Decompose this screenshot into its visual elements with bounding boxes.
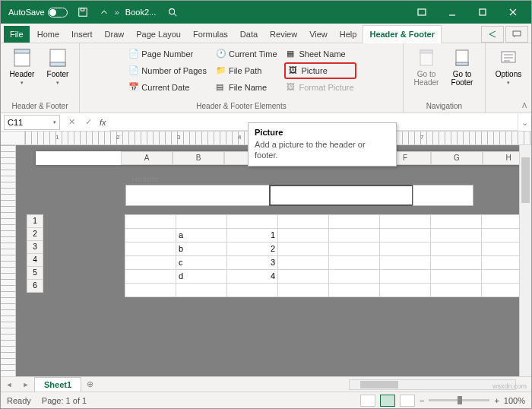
fx-icon[interactable]: fx [97, 118, 109, 127]
row-header[interactable]: 2 [27, 227, 43, 241]
cell[interactable]: 3 [226, 255, 278, 270]
cell[interactable] [430, 242, 482, 256]
qat-more-icon[interactable] [93, 2, 115, 23]
cell[interactable] [176, 214, 227, 229]
file-name-button[interactable]: ▤File Name [214, 79, 280, 96]
tab-page-layout[interactable]: Page Layou [130, 26, 187, 43]
cell[interactable] [430, 269, 482, 284]
cell[interactable] [379, 228, 431, 243]
cell[interactable] [226, 283, 278, 297]
sheet-nav-next-icon[interactable]: ► [17, 381, 34, 388]
header-button[interactable]: Header▾ [5, 46, 40, 100]
tab-help[interactable]: Help [334, 26, 363, 43]
zoom-in-icon[interactable]: + [494, 396, 499, 405]
header-left-box[interactable] [125, 185, 270, 206]
cell[interactable] [277, 255, 329, 270]
cell[interactable] [277, 283, 329, 297]
search-icon[interactable] [162, 2, 183, 23]
cell[interactable] [125, 214, 176, 229]
cell[interactable]: a [176, 228, 227, 243]
tab-view[interactable]: View [303, 26, 334, 43]
tab-insert[interactable]: Insert [65, 26, 99, 43]
current-time-button[interactable]: 🕐Current Time [214, 46, 280, 62]
cell[interactable] [277, 269, 329, 284]
col-header[interactable]: A [121, 151, 173, 165]
cell[interactable] [379, 255, 431, 270]
sheet-nav-prev-icon[interactable]: ◄ [1, 381, 17, 388]
cell[interactable]: 1 [226, 228, 278, 243]
row-header[interactable]: 3 [27, 240, 43, 254]
minimize-icon[interactable] [437, 1, 467, 24]
cell[interactable]: 2 [226, 242, 278, 256]
cell[interactable] [379, 269, 431, 284]
cell[interactable] [328, 283, 380, 297]
header-edit-area[interactable] [125, 185, 473, 206]
cell[interactable] [430, 255, 482, 270]
cell[interactable] [328, 214, 380, 229]
cell[interactable]: 4 [226, 269, 278, 284]
autosave-toggle[interactable]: AutoSave [4, 8, 72, 17]
tab-file[interactable]: File [4, 26, 30, 43]
current-date-button[interactable]: 📅Current Date [126, 79, 209, 96]
cell[interactable] [379, 283, 431, 297]
zoom-out-icon[interactable]: − [420, 396, 424, 405]
tab-home[interactable]: Home [31, 26, 65, 43]
comments-button[interactable] [505, 26, 528, 43]
enter-formula-icon[interactable]: ✓ [80, 117, 97, 127]
row-header[interactable]: 6 [27, 279, 43, 293]
cell[interactable] [125, 269, 176, 284]
page-number-button[interactable]: 📄Page Number [126, 46, 209, 62]
tab-data[interactable]: Data [234, 26, 264, 43]
cell[interactable]: c [176, 255, 227, 270]
maximize-icon[interactable] [467, 1, 498, 24]
view-normal-button[interactable] [360, 395, 375, 407]
cell[interactable] [328, 255, 380, 270]
cell[interactable] [430, 214, 482, 229]
worksheet-area[interactable]: ABCDEFGH Header a1b2c3d4 123456 [1, 145, 531, 376]
close-icon[interactable] [498, 1, 528, 24]
number-of-pages-button[interactable]: 📄Number of Pages [126, 62, 209, 79]
sheet-tab[interactable]: Sheet1 [34, 377, 81, 392]
row-header[interactable]: 5 [27, 266, 43, 280]
file-path-button[interactable]: 📁File Path [214, 62, 280, 79]
cell[interactable] [277, 228, 329, 243]
cell[interactable] [277, 214, 329, 229]
tab-review[interactable]: Review [264, 26, 303, 43]
tab-formulas[interactable]: Formulas [187, 26, 234, 43]
cell[interactable] [226, 214, 278, 229]
col-header[interactable]: G [431, 151, 483, 165]
cell[interactable] [125, 242, 176, 256]
share-button[interactable] [481, 26, 504, 43]
view-page-layout-button[interactable] [380, 395, 395, 407]
collapse-ribbon-icon[interactable]: ᐱ [522, 102, 527, 109]
tab-header-footer[interactable]: Header & Footer [363, 25, 442, 43]
header-center-box[interactable] [269, 185, 413, 206]
cell[interactable] [379, 242, 431, 256]
vertical-scrollbar[interactable] [519, 145, 531, 376]
row-header[interactable]: 4 [27, 253, 43, 267]
cell[interactable] [125, 283, 176, 297]
cell[interactable] [328, 228, 380, 243]
save-icon[interactable] [72, 2, 93, 23]
col-header[interactable]: B [173, 151, 224, 165]
goto-footer-button[interactable]: Go to Footer [445, 46, 480, 100]
cell[interactable] [125, 255, 176, 270]
cell[interactable]: b [176, 242, 227, 256]
cell[interactable] [328, 242, 380, 256]
cell[interactable] [379, 214, 431, 229]
header-right-box[interactable] [413, 185, 473, 206]
expand-formula-bar-icon[interactable]: ⌄ [518, 114, 531, 131]
ribbon-display-icon[interactable] [407, 1, 437, 24]
cell[interactable] [176, 283, 227, 297]
cell[interactable] [277, 242, 329, 256]
cell[interactable] [328, 269, 380, 284]
zoom-slider[interactable] [429, 399, 489, 401]
footer-button[interactable]: Footer▾ [41, 46, 75, 100]
cancel-formula-icon[interactable]: ✕ [63, 117, 80, 127]
add-sheet-icon[interactable]: ⊕ [81, 379, 98, 389]
name-box[interactable]: C11▾ [4, 115, 60, 130]
row-header[interactable]: 1 [27, 214, 43, 228]
cell[interactable] [125, 228, 176, 243]
cell[interactable] [430, 228, 482, 243]
view-page-break-button[interactable] [400, 395, 415, 407]
